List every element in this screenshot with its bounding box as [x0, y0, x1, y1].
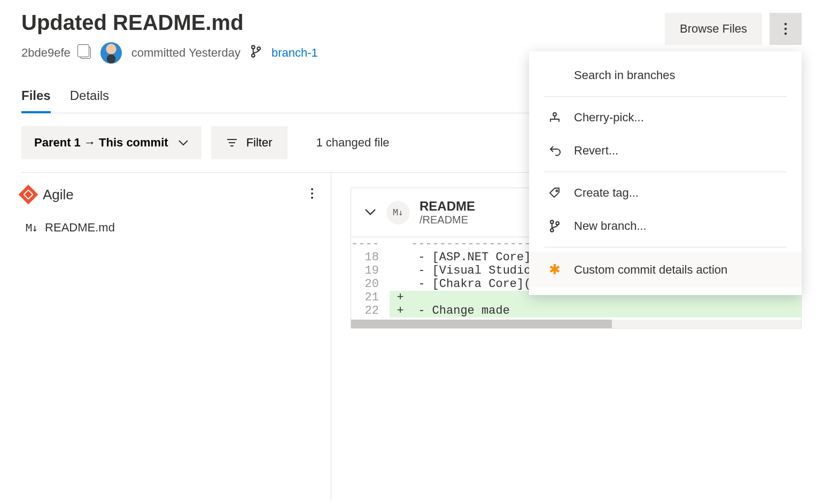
menu-divider: [544, 172, 787, 172]
svg-point-0: [252, 45, 255, 49]
tree-more-button[interactable]: [304, 184, 320, 205]
svg-point-9: [311, 188, 313, 190]
tree-item-readme[interactable]: M↓ README.md: [21, 212, 331, 243]
svg-point-2: [257, 47, 260, 50]
filter-label: Filter: [246, 136, 273, 150]
markdown-file-icon: M↓: [26, 221, 37, 234]
tab-files[interactable]: Files: [21, 88, 51, 113]
branch-icon: [547, 219, 562, 233]
star-icon: ✱: [547, 261, 562, 278]
changed-files-summary: 1 changed file: [316, 136, 390, 150]
diff-compare-dropdown[interactable]: Parent 1 → This commit: [21, 126, 201, 159]
git-icon: [19, 185, 38, 205]
menu-create-tag[interactable]: Create tag...: [529, 176, 802, 210]
svg-point-12: [553, 113, 556, 116]
filter-icon: [226, 138, 238, 148]
menu-custom-action[interactable]: ✱ Custom commit details action: [529, 252, 802, 288]
menu-revert[interactable]: Revert...: [529, 134, 802, 167]
svg-point-13: [556, 190, 557, 191]
more-actions-menu: Search in branches Cherry-pick... Revert…: [529, 51, 802, 295]
cherry-pick-icon: [547, 111, 562, 124]
chevron-down-icon: [178, 139, 189, 146]
diff-filepath: /README: [420, 214, 475, 226]
branch-icon: [250, 44, 262, 61]
commit-hash: 2bde9efe: [21, 46, 71, 60]
menu-divider: [544, 96, 787, 97]
browse-files-button[interactable]: Browse Files: [665, 13, 762, 45]
svg-point-4: [785, 28, 787, 30]
collapse-chevron-icon[interactable]: [364, 208, 377, 218]
svg-point-10: [311, 192, 313, 195]
repo-name: Agile: [43, 187, 74, 203]
svg-point-1: [252, 54, 255, 57]
more-actions-button[interactable]: [770, 13, 802, 45]
filter-button[interactable]: Filter: [211, 126, 288, 159]
svg-point-15: [550, 229, 554, 232]
menu-new-branch[interactable]: New branch...: [529, 210, 802, 243]
svg-point-16: [556, 222, 559, 225]
diff-line: 22+ - Change made: [351, 304, 801, 317]
branch-link[interactable]: branch-1: [271, 46, 318, 60]
menu-cherry-pick[interactable]: Cherry-pick...: [529, 101, 802, 134]
tab-details[interactable]: Details: [70, 88, 109, 113]
revert-icon: [547, 144, 562, 157]
menu-divider: [544, 247, 787, 247]
file-tree: Agile M↓ README.md: [21, 173, 331, 500]
svg-point-11: [311, 197, 313, 199]
horizontal-scrollbar[interactable]: [351, 320, 801, 328]
diff-compare-label: Parent 1 → This commit: [34, 136, 168, 150]
svg-point-3: [785, 23, 787, 25]
committed-label: committed Yesterday: [131, 46, 240, 60]
menu-search-branches[interactable]: Search in branches: [529, 59, 802, 92]
diff-filename: README: [420, 199, 475, 214]
svg-point-14: [550, 220, 554, 223]
tree-item-label: README.md: [45, 221, 115, 235]
tag-icon: [547, 187, 562, 199]
copy-icon[interactable]: [80, 47, 91, 59]
svg-point-5: [785, 33, 787, 35]
markdown-file-icon: M↓: [386, 201, 410, 224]
avatar: [100, 42, 122, 64]
